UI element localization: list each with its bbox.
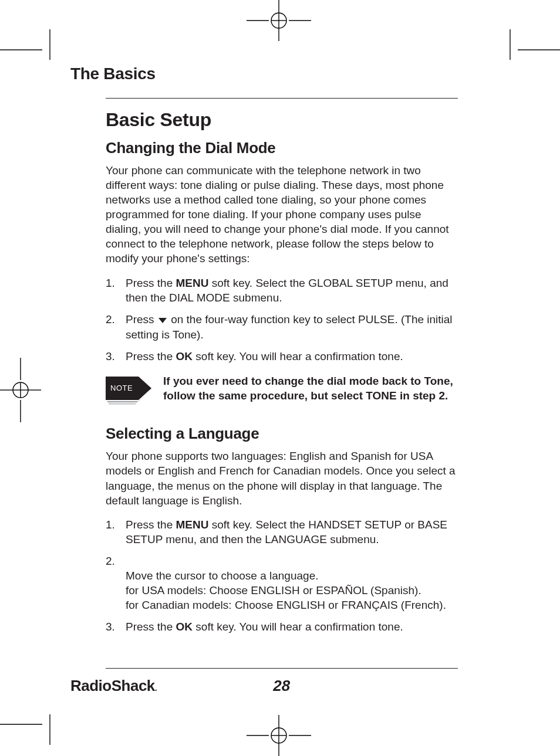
- language-step-3: Press the OK soft key. You will hear a c…: [106, 619, 458, 634]
- ok-key-label: OK: [176, 350, 193, 362]
- menu-key-label: MENU: [176, 277, 209, 289]
- crop-mark-top-left: [0, 29, 70, 70]
- page-content: The Basics Basic Setup Changing the Dial…: [70, 65, 481, 645]
- top-rule: [106, 98, 458, 99]
- step-text: Press the: [126, 518, 176, 531]
- step-text: Press the: [126, 350, 176, 362]
- language-step-2: Move the cursor to choose a language. fo…: [106, 554, 458, 612]
- language-heading: Selecting a Language: [106, 425, 458, 443]
- crop-mark-top-right: [504, 29, 560, 70]
- crop-mark-bottom-left: [0, 704, 70, 745]
- brand-suffix: .: [155, 683, 157, 693]
- brand-text: RadioShack: [70, 677, 155, 694]
- language-step-1: Press the MENU soft key. Select the HAND…: [106, 517, 458, 547]
- step-text: soft key. You will hear a confirmation t…: [193, 621, 403, 633]
- section-title: Basic Setup: [106, 109, 458, 131]
- dialmode-step-1: Press the MENU soft key. Select the GLOB…: [106, 276, 458, 305]
- step-text: Move the cursor to choose a language. fo…: [126, 569, 446, 611]
- step-text: soft key. You will hear a confirmation t…: [193, 350, 403, 362]
- dialmode-intro: Your phone can communicate with the tele…: [106, 163, 458, 266]
- brand-logo: RadioShack.: [70, 677, 157, 695]
- note-label: NOTE: [110, 384, 133, 392]
- dialmode-step-3: Press the OK soft key. You will hear a c…: [106, 349, 458, 364]
- dialmode-heading: Changing the Dial Mode: [106, 139, 458, 157]
- down-arrow-icon: [158, 313, 167, 327]
- language-steps: Press the MENU soft key. Select the HAND…: [106, 517, 458, 635]
- bottom-rule: [106, 668, 458, 669]
- step-text: Press the: [126, 277, 176, 289]
- svg-point-24: [271, 728, 286, 743]
- registration-mark-top: [247, 0, 311, 41]
- svg-marker-27: [158, 318, 167, 323]
- content-column: Basic Setup Changing the Dial Mode Your …: [106, 98, 458, 634]
- registration-mark-bottom: [247, 715, 311, 756]
- registration-mark-left: [0, 358, 41, 422]
- step-text: Press: [126, 313, 157, 326]
- step-text: Press the: [126, 621, 176, 633]
- note-text: If you ever need to change the dial mode…: [163, 374, 458, 403]
- step-text: on the four-way function key to select P…: [126, 313, 453, 341]
- note-icon: NOTE: [106, 377, 153, 407]
- chapter-heading: The Basics: [70, 65, 481, 83]
- note-callout: NOTE If you ever need to change the dial…: [106, 374, 458, 407]
- dialmode-steps: Press the MENU soft key. Select the GLOB…: [106, 276, 458, 364]
- svg-point-15: [13, 382, 28, 398]
- svg-point-6: [271, 13, 286, 28]
- page-footer: RadioShack. 28: [70, 668, 481, 695]
- page-number: 28: [273, 677, 290, 695]
- language-intro: Your phone supports two languages: Engli…: [106, 449, 458, 507]
- dialmode-step-2: Press on the four-way function key to se…: [106, 312, 458, 343]
- ok-key-label: OK: [176, 621, 193, 633]
- menu-key-label: MENU: [176, 518, 209, 531]
